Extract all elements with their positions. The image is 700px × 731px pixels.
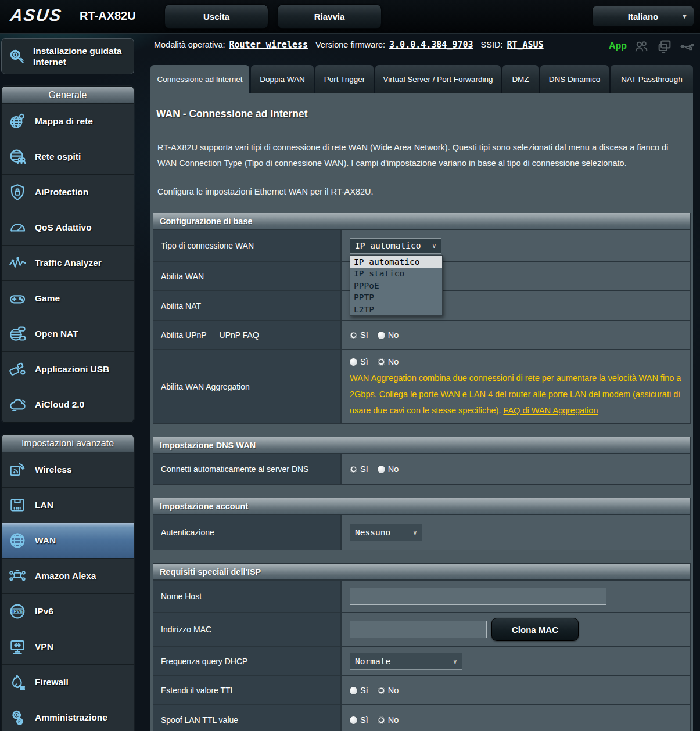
sidebar-item-open-nat[interactable]: Open NAT xyxy=(2,316,134,351)
sidebar-item-aicloud[interactable]: AiCloud 2.0 xyxy=(2,387,134,422)
sidebar-item-lan[interactable]: LAN xyxy=(2,487,134,523)
upnp-yes-radio[interactable] xyxy=(350,332,357,339)
sidebar-item-label: Rete ospiti xyxy=(35,152,81,162)
sidebar-item-amazon-alexa[interactable]: Amazon Alexa xyxy=(2,558,134,593)
authentication-select[interactable]: Nessuno ∨ xyxy=(350,524,422,541)
row-dhcp-query: Frequenza query DHCP Normale ∨ xyxy=(153,646,690,675)
wan-aggregation-faq-link[interactable]: FAQ di WAN Aggregation xyxy=(503,406,598,415)
speedometer-icon xyxy=(7,218,28,237)
auto-dns-no-radio[interactable] xyxy=(378,466,385,473)
ssid-label: SSID: xyxy=(481,40,503,49)
ttl-extend-no-radio[interactable] xyxy=(378,687,385,694)
wireless-icon xyxy=(7,460,28,480)
app-link[interactable]: App xyxy=(609,41,627,51)
sidebar-item-label: AiProtection xyxy=(35,187,88,197)
mac-address-input[interactable] xyxy=(350,621,487,638)
gear-wrench-icon xyxy=(6,46,27,66)
wan-type-select[interactable]: IP automatico ∨ xyxy=(350,238,441,254)
sidebar-item-guest-network[interactable]: Rete ospiti xyxy=(2,139,134,174)
operation-mode-link[interactable]: Router wireless xyxy=(229,39,308,50)
wan-type-option[interactable]: PPPoE xyxy=(350,280,442,292)
dhcp-query-label: Frequenza query DHCP xyxy=(161,657,247,666)
auto-dns-yes-radio[interactable] xyxy=(350,466,357,473)
row-auto-dns: Connetti automaticamente al server DNS S… xyxy=(153,453,690,484)
sidebar-item-game[interactable]: Game xyxy=(2,280,134,316)
sidebar-item-usb-applications[interactable]: Applicazioni USB xyxy=(2,351,134,387)
ssid-link[interactable]: RT_ASUS xyxy=(507,39,543,50)
alexa-network-icon xyxy=(7,566,28,586)
upnp-no-radio[interactable] xyxy=(378,332,385,339)
firmware-version-link[interactable]: 3.0.0.4.384_9703 xyxy=(389,39,473,50)
divider xyxy=(156,129,687,129)
sidebar-item-aiprotection[interactable]: AiProtection xyxy=(2,174,134,210)
dhcp-query-select[interactable]: Normale ∨ xyxy=(350,653,462,670)
wan-aggregation-yes-radio[interactable] xyxy=(350,358,357,366)
logout-button[interactable]: Uscita xyxy=(164,4,268,29)
tab-dual-wan[interactable]: Doppia WAN xyxy=(251,65,314,93)
globe-pin-icon xyxy=(7,111,28,131)
wan-aggregation-note: WAN Aggregation combina due connessioni … xyxy=(350,370,683,419)
radio-label-yes: Sì xyxy=(360,715,368,725)
asus-logo: ASUS xyxy=(9,6,63,25)
section-title: Impostazione DNS WAN xyxy=(153,437,690,453)
row-mac-address: Indirizzo MAC Clona MAC xyxy=(153,612,690,646)
wan-aggregation-no-radio[interactable] xyxy=(378,358,385,366)
sidebar-item-setup-wizard[interactable]: Installazione guidata Internet xyxy=(1,38,134,74)
sidebar-item-wan[interactable]: WAN xyxy=(2,523,134,558)
usb-drive-icon xyxy=(7,359,28,379)
sidebar-item-label: LAN xyxy=(35,500,53,510)
tab-nat-passthrough[interactable]: NAT Passthrough xyxy=(611,65,693,93)
enable-wan-label: Abilita WAN xyxy=(161,272,204,281)
wan-type-option[interactable]: IP statico xyxy=(350,268,442,280)
clone-mac-button[interactable]: Clona MAC xyxy=(491,618,579,641)
tab-dmz[interactable]: DMZ xyxy=(502,65,539,93)
top-bar: ASUS RT-AX82U Uscita Riavvia Italiano ▼ xyxy=(0,0,700,34)
sidebar-item-label: WAN xyxy=(35,535,56,546)
shield-lock-icon xyxy=(7,182,28,202)
waveform-icon xyxy=(7,253,28,273)
wan-type-option[interactable]: L2TP xyxy=(350,304,442,316)
ttl-spoof-yes-radio[interactable] xyxy=(350,716,357,724)
sidebar-item-label: AiCloud 2.0 xyxy=(35,399,84,410)
row-authentication: Autenticazione Nessuno ∨ xyxy=(153,514,690,550)
sidebar-item-network-map[interactable]: Mappa di rete xyxy=(2,103,134,139)
sidebar-item-adaptive-qos[interactable]: QoS Adattivo xyxy=(2,210,134,245)
auto-dns-label: Connetti automaticamente al server DNS xyxy=(161,464,308,474)
tab-port-trigger[interactable]: Port Trigger xyxy=(315,65,374,93)
radio-label-no: No xyxy=(388,357,399,366)
section-wan-dns: Impostazione DNS WAN Connetti automatica… xyxy=(153,437,691,485)
clients-icon[interactable] xyxy=(633,38,649,55)
sidebar-item-ipv6[interactable]: IPV6 IPv6 xyxy=(2,593,134,629)
sidebar-item-label: QoS Adattivo xyxy=(35,222,92,233)
ttl-spoof-no-radio[interactable] xyxy=(378,716,385,724)
sidebar-item-label: Wireless xyxy=(35,464,72,475)
wan-type-option[interactable]: PPTP xyxy=(350,291,442,304)
hostname-input[interactable] xyxy=(350,588,606,605)
chevron-down-icon: ∨ xyxy=(453,657,457,665)
ttl-extend-yes-radio[interactable] xyxy=(350,687,357,694)
tab-virtual-server[interactable]: Virtual Server / Port Forwarding xyxy=(375,65,501,93)
main-content: Connessione ad Internet Doppia WAN Port … xyxy=(150,65,693,731)
gamepad-icon xyxy=(7,289,28,308)
dhcp-query-value: Normale xyxy=(355,657,390,666)
sidebar-item-vpn[interactable]: VPN xyxy=(2,629,134,664)
tab-panel: WAN - Connessione ad Internet RT-AX82U s… xyxy=(150,93,693,731)
tab-ddns[interactable]: DNS Dinamico xyxy=(540,65,609,93)
sidebar-item-firewall[interactable]: Firewall xyxy=(2,664,134,700)
upnp-faq-link[interactable]: UPnP FAQ xyxy=(220,330,259,340)
sidebar-section-title: Generale xyxy=(2,87,134,103)
radio-label-yes: Sì xyxy=(360,686,368,695)
gears-icon xyxy=(7,708,28,728)
sidebar-item-label: Mappa di rete xyxy=(35,116,93,127)
sidebar-item-label: VPN xyxy=(35,642,53,652)
sidebar-item-traffic-analyzer[interactable]: Traffic Analyzer xyxy=(2,245,134,280)
devices-icon[interactable] xyxy=(656,38,673,55)
sidebar-item-label: IPv6 xyxy=(35,606,53,617)
wan-type-option[interactable]: IP automatico xyxy=(350,256,442,268)
reboot-button[interactable]: Riavvia xyxy=(277,4,382,29)
language-selector[interactable]: Italiano ▼ xyxy=(592,6,694,27)
usb-icon[interactable] xyxy=(679,38,695,55)
sidebar-item-wireless[interactable]: Wireless xyxy=(2,452,134,487)
sidebar-item-administration[interactable]: Amministrazione xyxy=(2,700,134,731)
tab-internet-connection[interactable]: Connessione ad Internet xyxy=(150,65,249,93)
